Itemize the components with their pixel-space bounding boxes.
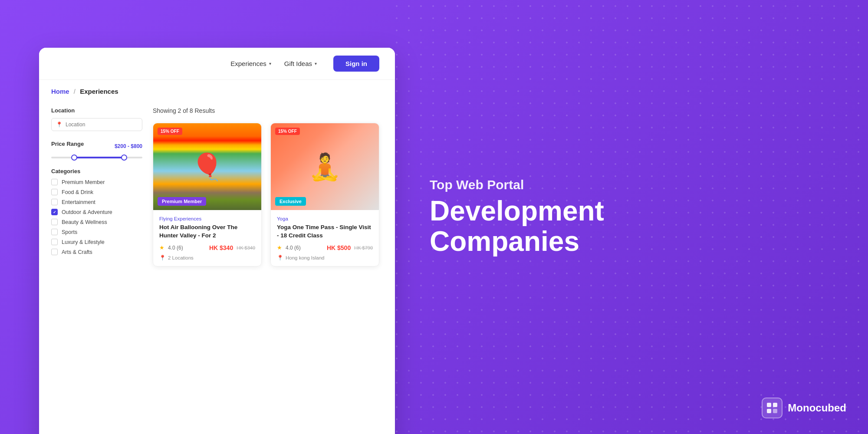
category-item[interactable]: Premium Member: [51, 179, 142, 185]
breadcrumb-current: Experiences: [80, 88, 118, 95]
discount-badge: 15% OFF: [275, 128, 300, 135]
price-range-filter: Price Range $200 - $800: [51, 141, 142, 158]
price-current: HK $500: [327, 244, 351, 251]
categories-title: Categories: [51, 168, 142, 174]
star-icon: ★: [277, 244, 282, 251]
price-slider-track[interactable]: [51, 157, 142, 158]
card-price-row: ★ 4.0 (6) HK $340 HK $340: [159, 244, 255, 251]
discount-badge: 15% OFF: [158, 128, 182, 135]
slider-thumb-left[interactable]: [71, 155, 77, 161]
category-item[interactable]: Luxury & Lifestyle: [51, 239, 142, 245]
card-location-row: 📍 Hong kong Island: [277, 255, 373, 261]
breadcrumb-separator: /: [74, 88, 76, 95]
right-subtitle: Top Web Portal: [430, 178, 524, 192]
category-label: Entertainment: [62, 199, 95, 205]
card-image: 🧘 15% OFF Exclusive: [271, 123, 379, 210]
category-item[interactable]: Beauty & Wellness: [51, 219, 142, 225]
logo-text: Monocubed: [788, 402, 846, 414]
location-pin-icon: 📍: [159, 255, 166, 261]
category-checkbox[interactable]: [51, 189, 58, 195]
rating-text: 4.0 (6): [168, 245, 183, 251]
slider-fill: [74, 157, 125, 158]
category-item[interactable]: Entertainment: [51, 199, 142, 205]
star-icon: ★: [159, 244, 164, 251]
svg-rect-0: [767, 403, 771, 407]
gift-ideas-label: Gift Ideas: [284, 60, 312, 67]
location-filter-title: Location: [51, 107, 142, 114]
category-checkbox[interactable]: [51, 249, 58, 255]
right-title-line1: Development: [430, 196, 604, 226]
category-label: Outdoor & Adventure: [62, 209, 112, 215]
navbar: Experiences ▾ Gift Ideas ▾ Sign in: [39, 48, 395, 80]
content-area: Location 📍 Price Range $200 - $800: [39, 95, 395, 434]
category-item[interactable]: Sports: [51, 229, 142, 235]
svg-rect-1: [773, 403, 777, 407]
location-input-wrap[interactable]: 📍: [51, 118, 142, 131]
category-label: Beauty & Wellness: [62, 219, 107, 225]
category-label: Food & Drink: [62, 189, 93, 195]
svg-rect-2: [767, 409, 771, 413]
card-location: Hong kong Island: [286, 255, 325, 260]
main-results: Showing 2 of 8 Results 🎈 15% OFF Premium…: [153, 107, 379, 434]
category-checkbox[interactable]: [51, 199, 58, 205]
right-title-line2: Companies: [430, 226, 579, 256]
results-count: Showing 2 of 8 Results: [153, 107, 215, 114]
price-original: HK $340: [237, 245, 255, 250]
card-tag: Premium Member: [158, 197, 206, 206]
category-checkbox[interactable]: [51, 219, 58, 225]
slider-thumb-right[interactable]: [121, 155, 127, 161]
gift-ideas-chevron-icon: ▾: [315, 61, 317, 66]
location-input[interactable]: [66, 122, 138, 128]
card-location-row: 📍 2 Locations: [159, 255, 255, 261]
svg-rect-3: [773, 409, 777, 413]
card-category: Flying Experiences: [159, 216, 255, 221]
category-checkbox[interactable]: [51, 179, 58, 185]
breadcrumb: Home / Experiences: [39, 80, 395, 95]
nav-gift-ideas[interactable]: Gift Ideas ▾: [280, 57, 321, 70]
category-label: Premium Member: [62, 179, 105, 185]
location-pin-icon: 📍: [277, 255, 283, 261]
product-card[interactable]: 🎈 15% OFF Premium Member Flying Experien…: [153, 123, 262, 266]
category-item[interactable]: Outdoor & Adventure: [51, 209, 142, 215]
card-image: 🎈 15% OFF Premium Member: [153, 123, 261, 210]
location-pin-icon: 📍: [56, 122, 62, 128]
nav-links: Experiences ▾ Gift Ideas ▾ Sign in: [226, 56, 379, 72]
right-panel: Top Web Portal Development Companies: [395, 0, 868, 434]
price-range-value: $200 - $800: [115, 143, 142, 149]
signin-button[interactable]: Sign in: [333, 56, 379, 72]
category-checkbox[interactable]: [51, 239, 58, 245]
categories-filter: Categories Premium MemberFood & DrinkEnt…: [51, 168, 142, 255]
category-item[interactable]: Food & Drink: [51, 189, 142, 195]
main-card: Experiences ▾ Gift Ideas ▾ Sign in Home …: [39, 48, 395, 434]
breadcrumb-home[interactable]: Home: [51, 88, 69, 95]
cards-grid: 🎈 15% OFF Premium Member Flying Experien…: [153, 123, 379, 266]
card-price-row: ★ 4.0 (6) HK $500 HK $790: [277, 244, 373, 251]
price-range-header: Price Range $200 - $800: [51, 141, 142, 151]
card-body: Flying Experiences Hot Air Ballooning Ov…: [153, 210, 261, 266]
category-label: Sports: [62, 229, 77, 235]
results-header: Showing 2 of 8 Results: [153, 107, 379, 114]
card-tag: Exclusive: [275, 197, 306, 206]
card-location: 2 Locations: [168, 255, 194, 260]
categories-list: Premium MemberFood & DrinkEntertainmentO…: [51, 179, 142, 255]
card-title: Hot Air Ballooning Over The Hunter Valle…: [159, 224, 255, 240]
price-range-title: Price Range: [51, 141, 84, 147]
category-item[interactable]: Arts & Crafts: [51, 249, 142, 255]
monocubed-logo: Monocubed: [762, 398, 846, 418]
category-checkbox[interactable]: [51, 209, 58, 215]
experiences-label: Experiences: [230, 60, 266, 67]
card-body: Yoga Yoga One Time Pass - Single Visit -…: [271, 210, 379, 266]
price-original: HK $790: [354, 245, 373, 250]
card-category: Yoga: [277, 216, 373, 221]
category-label: Luxury & Lifestyle: [62, 239, 105, 245]
location-filter: Location 📍: [51, 107, 142, 131]
card-title: Yoga One Time Pass - Single Visit - 18 C…: [277, 224, 373, 240]
product-card[interactable]: 🧘 15% OFF Exclusive Yoga Yoga One Time P…: [270, 123, 379, 266]
nav-experiences[interactable]: Experiences ▾: [226, 57, 276, 70]
price-current: HK $340: [209, 244, 233, 251]
logo-icon: [762, 398, 783, 418]
category-checkbox[interactable]: [51, 229, 58, 235]
sidebar-filters: Location 📍 Price Range $200 - $800: [51, 107, 142, 434]
category-label: Arts & Crafts: [62, 249, 92, 255]
rating-text: 4.0 (6): [286, 245, 301, 251]
